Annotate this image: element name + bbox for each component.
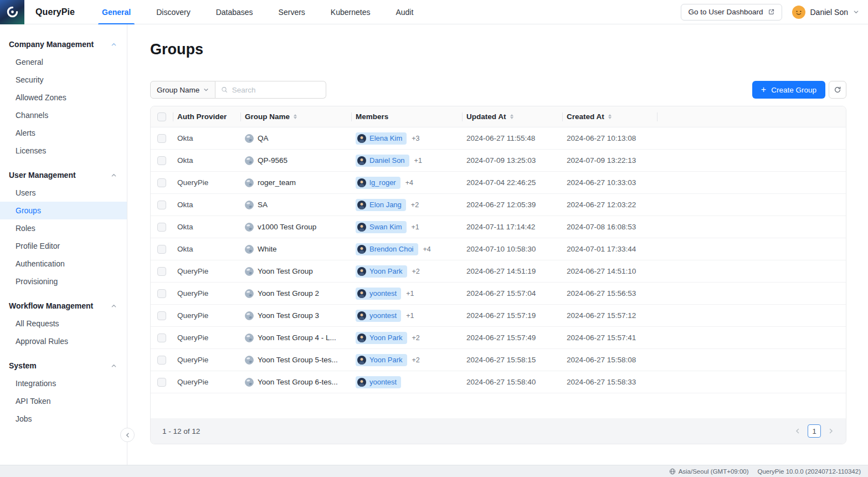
row-checkbox[interactable] (157, 245, 166, 254)
sidebar-item-general[interactable]: General (0, 53, 127, 71)
sidebar-item-provisioning[interactable]: Provisioning (0, 273, 127, 290)
sidebar-item-users[interactable]: Users (0, 184, 127, 202)
sidebar-item-integrations[interactable]: Integrations (0, 375, 127, 392)
create-group-button[interactable]: + Create Group (752, 81, 825, 99)
sidebar-item-api-token[interactable]: API Token (0, 392, 127, 410)
sidebar-item-roles[interactable]: Roles (0, 219, 127, 237)
main-content: Groups Group Name (127, 24, 868, 465)
row-checkbox[interactable] (157, 378, 166, 387)
sidebar-item-licenses[interactable]: Licenses (0, 142, 127, 160)
row-checkbox[interactable] (157, 267, 166, 276)
group-name-cell: White (240, 238, 351, 260)
row-checkbox[interactable] (157, 178, 166, 187)
tab-kubernetes[interactable]: Kubernetes (327, 0, 374, 24)
go-to-user-dashboard-button[interactable]: Go to User Dashboard (681, 4, 782, 20)
tab-audit[interactable]: Audit (392, 0, 417, 24)
sidebar-collapse-button[interactable] (120, 428, 135, 442)
user-menu[interactable]: Daniel Son (792, 6, 860, 19)
group-name-cell: Yoon Test Group 4 - L... (240, 327, 351, 348)
member-chip[interactable]: Yoon Park (356, 265, 407, 278)
sidebar-item-alerts[interactable]: Alerts (0, 124, 127, 142)
row-checkbox[interactable] (157, 223, 166, 232)
pagination-next-button[interactable] (828, 428, 834, 434)
tab-databases[interactable]: Databases (212, 0, 257, 24)
column-header-auth-provider[interactable]: Auth Provider (173, 106, 240, 127)
table-row[interactable]: Okta QA Elena Kim +3 2024-06-27 11:55:48 (151, 127, 846, 150)
pagination-page-1[interactable]: 1 (808, 424, 821, 438)
table-row[interactable]: Okta v1000 Test Group Swan Kim +1 2024-0… (151, 216, 846, 238)
group-name-cell: QP-9565 (240, 150, 351, 171)
timezone-indicator[interactable]: Asia/Seoul (GMT+09:00) (669, 468, 749, 475)
column-header-updated-at[interactable]: Updated At (462, 106, 562, 127)
search-input[interactable] (232, 86, 321, 94)
column-header-created-at[interactable]: Created At (562, 106, 657, 127)
sidebar-section-header[interactable]: System (0, 357, 127, 375)
updated-at-cell: 2024-07-04 22:46:25 (462, 172, 562, 193)
member-chip[interactable]: yoontest (356, 310, 401, 322)
globe-icon (245, 245, 254, 254)
pagination-prev-button[interactable] (794, 428, 801, 434)
updated-at-cell: 2024-06-27 15:58:40 (462, 371, 562, 393)
sidebar-item-security[interactable]: Security (0, 71, 127, 89)
member-chip[interactable]: Yoon Park (356, 354, 407, 366)
row-checkbox[interactable] (157, 201, 166, 209)
table-row[interactable]: QueryPie Yoon Test Group Yoon Park +2 20… (151, 260, 846, 283)
brand-name: QueryPie (35, 7, 75, 17)
table-row[interactable]: Okta QP-9565 Daniel Son +1 2024-07-09 13… (151, 150, 846, 172)
tab-general[interactable]: General (98, 0, 135, 24)
member-chip[interactable]: Daniel Son (356, 155, 409, 167)
updated-at-cell: 2024-06-27 15:57:04 (462, 283, 562, 304)
select-all-checkbox[interactable] (157, 112, 166, 121)
table-row[interactable]: Okta SA Elon Jang +2 2024-06-27 12:05:39 (151, 194, 846, 216)
row-checkbox[interactable] (157, 134, 166, 143)
member-chip[interactable]: yoontest (356, 288, 401, 300)
member-chip[interactable]: Brendon Choi (356, 243, 418, 255)
tab-servers[interactable]: Servers (275, 0, 309, 24)
sidebar-section-header[interactable]: Company Management (0, 35, 127, 53)
refresh-button[interactable] (829, 81, 846, 99)
table-row[interactable]: QueryPie Yoon Test Group 4 - L... Yoon P… (151, 327, 846, 349)
row-checkbox[interactable] (157, 356, 166, 365)
sort-icon[interactable] (294, 114, 297, 119)
column-header-group-name[interactable]: Group Name (240, 106, 351, 127)
table-row[interactable]: QueryPie Yoon Test Group 3 yoontest +1 2… (151, 305, 846, 327)
member-chip[interactable]: Elon Jang (356, 199, 406, 211)
member-chip[interactable]: lg_roger (356, 177, 400, 189)
row-checkbox[interactable] (157, 289, 166, 298)
member-chip[interactable]: yoontest (356, 376, 401, 388)
filter-field-select[interactable]: Group Name (150, 81, 215, 99)
sidebar-section-header[interactable]: User Management (0, 166, 127, 184)
smiley-avatar (792, 6, 805, 19)
sidebar-item-profile-editor[interactable]: Profile Editor (0, 237, 127, 255)
column-header-members[interactable]: Members (351, 106, 462, 127)
sort-icon[interactable] (510, 114, 513, 119)
sidebar-item-approval-rules[interactable]: Approval Rules (0, 332, 127, 350)
row-checkbox[interactable] (157, 311, 166, 320)
group-name-cell: Yoon Test Group 6-tes... (240, 371, 351, 393)
sidebar-item-channels[interactable]: Channels (0, 106, 127, 124)
sidebar-item-jobs[interactable]: Jobs (0, 410, 127, 428)
globe-icon (245, 156, 254, 165)
search-icon (221, 86, 228, 94)
member-chip[interactable]: Elena Kim (356, 132, 407, 145)
table-row[interactable]: QueryPie roger_team lg_roger +4 2024-07-… (151, 172, 846, 194)
sidebar-item-allowed-zones[interactable]: Allowed Zones (0, 89, 127, 106)
sidebar-section-header[interactable]: Workflow Management (0, 297, 127, 315)
table-row[interactable]: QueryPie Yoon Test Group 2 yoontest +1 2… (151, 283, 846, 305)
tab-discovery[interactable]: Discovery (152, 0, 194, 24)
row-checkbox[interactable] (157, 156, 166, 165)
table-row[interactable]: Okta White Brendon Choi +4 2024-07-10 10… (151, 238, 846, 260)
sidebar-item-groups[interactable]: Groups (0, 202, 127, 219)
sidebar-item-authentication[interactable]: Authentication (0, 255, 127, 273)
chevron-right-icon (828, 428, 834, 434)
member-chip[interactable]: Yoon Park (356, 332, 407, 344)
table-row[interactable]: QueryPie Yoon Test Group 6-tes... yoonte… (151, 371, 846, 393)
member-chip[interactable]: Swan Kim (356, 221, 407, 233)
querypie-logo[interactable] (0, 0, 24, 24)
row-checkbox[interactable] (157, 334, 166, 342)
person-avatar-icon (357, 201, 366, 209)
sidebar-item-all-requests[interactable]: All Requests (0, 315, 127, 332)
table-row[interactable]: QueryPie Yoon Test Group 5-tes... Yoon P… (151, 349, 846, 371)
pagination-summary: 1 - 12 of 12 (162, 427, 200, 435)
sort-icon[interactable] (608, 114, 612, 119)
